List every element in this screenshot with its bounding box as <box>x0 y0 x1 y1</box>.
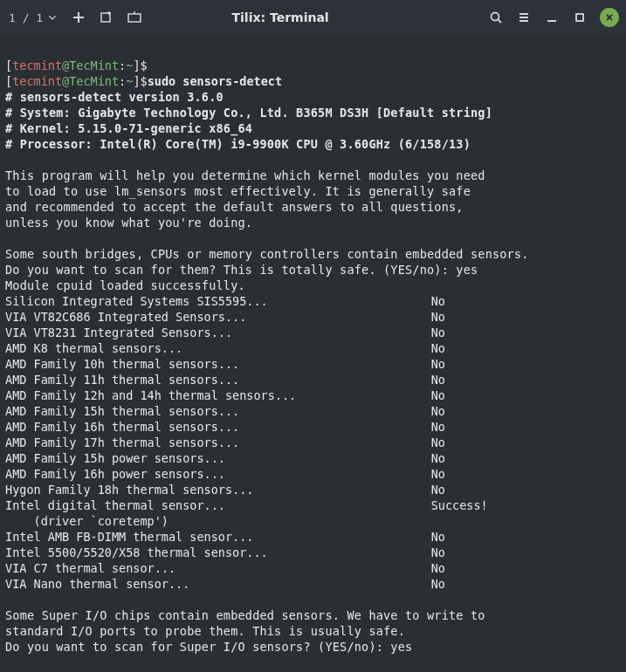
output-scan-2: Do you want to scan for them? This is to… <box>5 263 478 277</box>
output-system: # System: Gigabyte Technology Co., Ltd. … <box>5 106 492 120</box>
output-help-3: and recommended to accept the default an… <box>5 200 464 214</box>
terminal-content[interactable]: [tecmint@TecMint:~]$ [tecmint@TecMint:~]… <box>0 35 626 662</box>
maximize-icon <box>573 10 587 24</box>
output-processor: # Processor: Intel(R) Core(TM) i9-9900K … <box>5 137 471 151</box>
minimize-button[interactable] <box>544 10 560 25</box>
output-superio-1: Some Super I/O chips contain embedded se… <box>5 608 485 622</box>
prompt-line-2: [tecmint@TecMint:~]$sudo sensors-detect <box>5 74 282 88</box>
search-button[interactable] <box>488 10 504 25</box>
chevron-down-icon <box>48 13 57 22</box>
output-scan-3: Module cpuid loaded successfully. <box>5 278 245 292</box>
sensor-amd-10h: AMD Family 10h thermal sensors... No <box>5 357 445 371</box>
session-count: 1 / 1 <box>9 11 43 24</box>
output-help-1: This program will help you determine whi… <box>5 168 485 182</box>
sensor-hygon-18h: Hygon Family 18h thermal sensors... No <box>5 483 445 497</box>
menu-button[interactable] <box>516 10 532 25</box>
output-superio-2: standard I/O ports to probe them. This i… <box>5 624 405 638</box>
output-kernel: # Kernel: 5.15.0-71-generic x86_64 <box>5 121 252 135</box>
svg-point-2 <box>492 13 499 21</box>
sensor-amd-16h-power: AMD Family 16h power sensors... No <box>5 467 445 481</box>
sensor-amd-16h: AMD Family 16h thermal sensors... No <box>5 420 445 434</box>
output-help-2: to load to use lm_sensors most effective… <box>5 184 471 198</box>
search-icon <box>489 10 503 24</box>
minimize-icon <box>545 10 559 24</box>
sensor-intel-digital: Intel digital thermal sensor... Success! <box>5 498 488 512</box>
sensor-amd-k8: AMD K8 thermal sensors... No <box>5 341 445 355</box>
window-title: Tilix: Terminal <box>72 10 488 24</box>
maximize-button[interactable] <box>572 10 588 25</box>
output-superio-3: Do you want to scan for Super I/O sensor… <box>5 640 412 654</box>
sensor-vt8231: VIA VT8231 Integrated Sensors... No <box>5 326 445 339</box>
output-scan-1: Some south bridges, CPUs or memory contr… <box>5 247 529 261</box>
hamburger-icon <box>517 10 531 24</box>
sensor-vt82c686: VIA VT82C686 Integrated Sensors... No <box>5 310 445 324</box>
sensor-intel-5500: Intel 5500/5520/X58 thermal sensor... No <box>5 545 445 559</box>
output-help-4: unless you know what you're doing. <box>5 216 252 230</box>
session-indicator[interactable]: 1 / 1 <box>7 11 58 24</box>
titlebar-right <box>488 8 619 27</box>
sensor-amd-15h: AMD Family 15h thermal sensors... No <box>5 404 445 418</box>
sensor-amd-17h: AMD Family 17h thermal sensors... No <box>5 435 445 449</box>
close-icon <box>604 12 615 23</box>
svg-rect-3 <box>576 14 583 21</box>
titlebar: 1 / 1 Tilix: Terminal <box>0 0 626 35</box>
output-version: # sensors-detect version 3.6.0 <box>5 90 224 104</box>
sensor-amd-12h-14h: AMD Family 12h and 14h thermal sensors..… <box>5 388 445 402</box>
sensor-amd-11h: AMD Family 11h thermal sensors... No <box>5 373 445 387</box>
close-button[interactable] <box>600 8 619 27</box>
sensor-via-nano: VIA Nano thermal sensor... No <box>5 577 445 591</box>
sensor-intel-driver: (driver `coretemp') <box>5 514 169 528</box>
sensor-amd-15h-power: AMD Family 15h power sensors... No <box>5 451 445 465</box>
sensor-intel-amb: Intel AMB FB-DIMM thermal sensor... No <box>5 530 445 544</box>
sensor-via-c7: VIA C7 thermal sensor... No <box>5 561 445 575</box>
sensor-sis5595: Silicon Integrated Systems SIS5595... No <box>5 294 445 308</box>
prompt-line-1: [tecmint@TecMint:~]$ <box>5 58 148 72</box>
